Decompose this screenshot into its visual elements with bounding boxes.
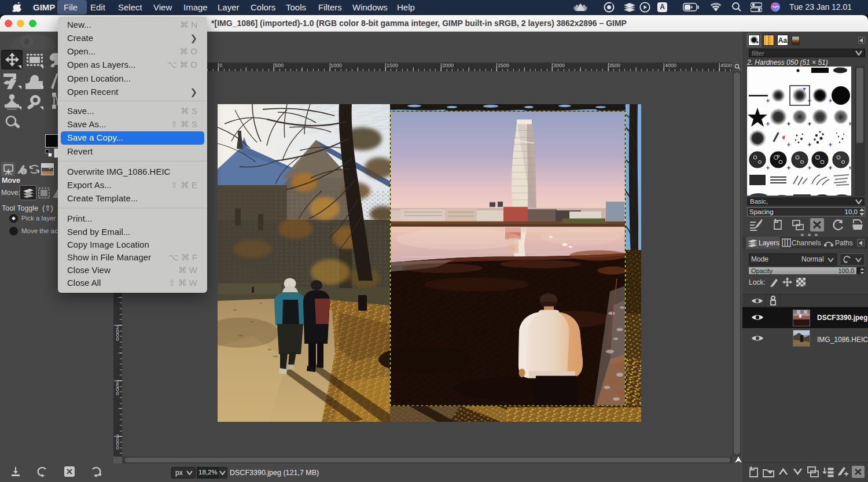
svg-text:i: i [23,169,24,174]
